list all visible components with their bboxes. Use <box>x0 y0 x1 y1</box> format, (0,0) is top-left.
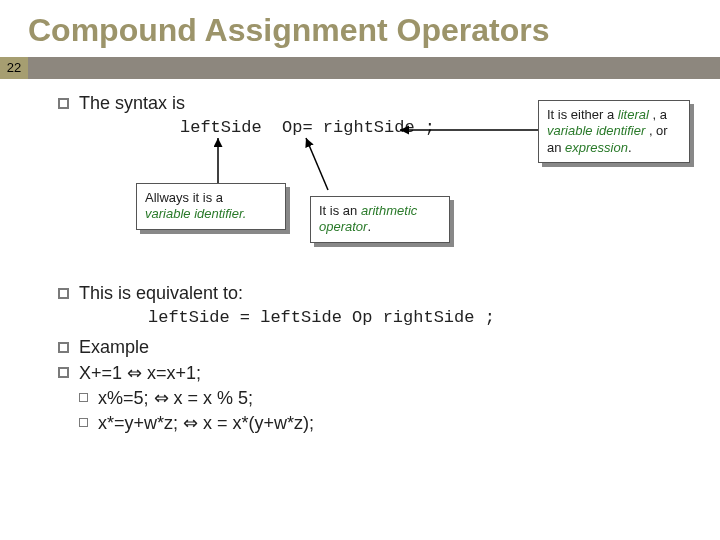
ex3-lhs: x*=y+w*z; <box>98 413 183 433</box>
cf-l1a: It is either a <box>547 107 618 122</box>
example-2: x%=5; ⇔ x = x % 5; <box>98 387 253 409</box>
bullet-3: Example <box>58 337 690 358</box>
callout-left-l2: variable identifier. <box>145 206 246 221</box>
bullet-icon <box>58 98 69 109</box>
cf-l1b: , a <box>649 107 667 122</box>
example-2-row: x%=5; ⇔ x = x % 5; <box>79 387 314 409</box>
cf-em3: expression <box>565 140 628 155</box>
ex3-rhs: x = x*(y+w*z); <box>198 413 314 433</box>
bullet-icon <box>58 342 69 353</box>
page-number: 22 <box>0 57 28 79</box>
title-bar: 22 <box>0 57 720 79</box>
content-area: The syntax is leftSide Op= rightSide ; A… <box>0 79 720 434</box>
ex2-rhs: x = x % 5; <box>169 388 254 408</box>
ex2-lhs: x%=5; <box>98 388 154 408</box>
ex1-rhs: x=x+1; <box>142 363 201 383</box>
callout-op-tail: . <box>367 219 371 234</box>
cf-l3b: . <box>628 140 632 155</box>
equivalent-code: leftSide = leftSide Op rightSide ; <box>148 308 690 327</box>
bullet-3-text: Example <box>79 337 149 358</box>
syntax-diagram: leftSide Op= rightSide ; Allways it is a… <box>58 118 690 283</box>
cf-l3a: an <box>547 140 565 155</box>
bullet-icon <box>58 367 69 378</box>
bullet-2: This is equivalent to: <box>58 283 690 304</box>
bullet-2-text: This is equivalent to: <box>79 283 243 304</box>
bullet-icon <box>58 288 69 299</box>
svg-line-1 <box>306 138 328 190</box>
callout-rightside: It is either a literal , a variable iden… <box>538 100 690 163</box>
ex1-lhs: X+=1 <box>79 363 127 383</box>
callout-op-l1: It is an <box>319 203 361 218</box>
callout-leftside: Allways it is a variable identifier. <box>136 183 286 230</box>
callout-left-l1: Allways it is a <box>145 190 223 205</box>
bullet-4: X+=1 ⇔ x=x+1; x%=5; ⇔ x = x % 5; x*=y+w*… <box>58 362 690 434</box>
cf-l2b: , or <box>645 123 667 138</box>
bullet-1-text: The syntax is <box>79 93 185 114</box>
slide-title: Compound Assignment Operators <box>0 0 720 57</box>
example-1: X+=1 ⇔ x=x+1; <box>79 362 314 384</box>
example-3-row: x*=y+w*z; ⇔ x = x*(y+w*z); <box>79 412 314 434</box>
cf-em2: variable identifier <box>547 123 645 138</box>
cf-em1: literal <box>618 107 649 122</box>
example-block: X+=1 ⇔ x=x+1; x%=5; ⇔ x = x % 5; x*=y+w*… <box>79 362 314 434</box>
bullet-small-icon <box>79 418 88 427</box>
callout-operator: It is an arithmetic operator. <box>310 196 450 243</box>
example-3: x*=y+w*z; ⇔ x = x*(y+w*z); <box>98 412 314 434</box>
bullet-small-icon <box>79 393 88 402</box>
